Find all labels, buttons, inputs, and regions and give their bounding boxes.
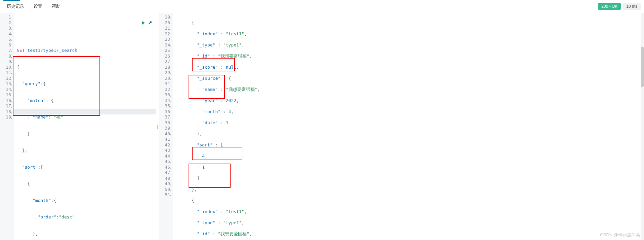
tab-help[interactable]: 帮助 xyxy=(48,2,64,11)
request-editor[interactable]: 1 2 3▾ 4▾ 5▾ 6 7▴ 8▴ 9▾ 10▾ 11▾ 12 13▴ 1… xyxy=(0,13,156,240)
editor-actions xyxy=(141,21,153,26)
split-container: 1 2 3▾ 4▾ 5▾ 6 7▴ 8▴ 9▾ 10▾ 11▾ 12 13▴ 1… xyxy=(0,13,644,240)
scrollbar-track[interactable] xyxy=(641,13,644,240)
request-pane: 1 2 3▾ 4▾ 5▾ 6 7▴ 8▴ 9▾ 10▾ 11▾ 12 13▴ 1… xyxy=(0,13,156,240)
pane-divider[interactable]: ‖ xyxy=(156,13,159,240)
run-icon[interactable] xyxy=(141,21,146,26)
status-badge: 200 - OK xyxy=(598,3,621,10)
request-gutter: 1 2 3▾ 4▾ 5▾ 6 7▴ 8▴ 9▾ 10▾ 11▾ 12 13▴ 1… xyxy=(0,13,13,240)
latency-badge: 10 ms xyxy=(623,3,641,10)
request-code[interactable]: GET test1/type1/_search { "query":{ "mat… xyxy=(13,13,156,240)
request-path: test1/type1/_search xyxy=(27,48,77,53)
response-editor[interactable]: 19▾ 20212223 24▾ 25262728 29▴ 30▾ 3132 3… xyxy=(159,13,644,240)
status-area: 200 - OK 10 ms xyxy=(598,3,641,10)
response-gutter: 19▾ 20212223 24▾ 25262728 29▴ 30▾ 3132 3… xyxy=(159,13,172,240)
tab-settings[interactable]: 设置 xyxy=(30,2,46,11)
active-tab-indicator xyxy=(3,0,20,1)
tab-history[interactable]: 历史记录 xyxy=(3,2,28,11)
tab-bar: 历史记录 设置 帮助 200 - OK 10 ms xyxy=(0,0,644,13)
watermark: CSDN @玛丽莲茼蒿 xyxy=(600,232,640,238)
response-code[interactable]: { "_index" : "test1", "_type" : "type1",… xyxy=(172,13,644,240)
http-method: GET xyxy=(17,48,25,53)
response-pane: 19▾ 20212223 24▾ 25262728 29▴ 30▾ 3132 3… xyxy=(159,13,644,240)
wrench-icon[interactable] xyxy=(148,21,153,26)
scrollbar-thumb[interactable] xyxy=(641,47,644,87)
